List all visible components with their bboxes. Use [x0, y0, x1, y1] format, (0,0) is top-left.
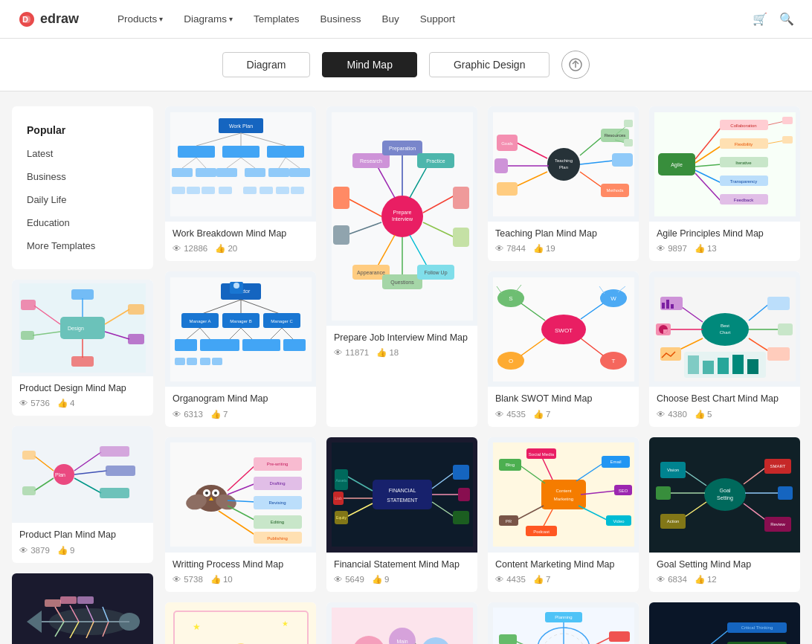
svg-text:Prepare: Prepare [393, 210, 411, 216]
nav-buy[interactable]: Buy [373, 9, 407, 29]
tab-diagram[interactable]: Diagram [222, 52, 311, 77]
card-title: Goal Setting Mind Map [657, 558, 793, 570]
sidebar-card-product-plan[interactable]: Plan Product Plan Mind Map 👁 3879 👍 9 [12, 426, 153, 562]
svg-text:Pre-writing: Pre-writing [266, 462, 288, 466]
svg-rect-70 [219, 187, 232, 194]
svg-rect-89 [333, 187, 349, 209]
card-body: Goal Setting Mind Map 👁 6834 👍 12 [649, 553, 800, 592]
sidebar-card-fishbone[interactable]: Good Presentation Fishbone Diagram 👁 298… [12, 573, 153, 645]
card-meta: 👁 6313 👍 7 [173, 409, 309, 419]
sidebar-popular[interactable]: Popular [12, 118, 153, 142]
svg-rect-221 [703, 361, 714, 374]
svg-text:Preparation: Preparation [388, 146, 415, 152]
card-teaching-plan[interactable]: Teaching Plan Goals Resources [488, 106, 639, 261]
svg-rect-212 [660, 347, 681, 361]
financial-svg: FINANCIAL STATEMENT [332, 442, 473, 547]
cart-icon[interactable]: 🛒 [753, 12, 767, 26]
card-product-execution[interactable]: Product Execution Planning [488, 602, 639, 644]
sidebar-daily-life[interactable]: Daily Life [12, 188, 153, 211]
upload-button[interactable] [561, 51, 590, 79]
svg-point-294 [704, 478, 746, 511]
card-bubble-map[interactable]: Idea 1 Main Idea 2 [326, 602, 477, 644]
card-views: 👁 3879 [19, 546, 50, 555]
card-content-marketing[interactable]: Content Marketing Blog Social Media Emai… [488, 437, 639, 592]
svg-rect-264 [453, 511, 469, 524]
svg-rect-125 [624, 120, 633, 127]
tab-mindmap[interactable]: Mind Map [322, 52, 416, 77]
card-choose-chart[interactable]: Best Chart [649, 271, 800, 426]
svg-rect-301 [656, 486, 671, 500]
card-dark-extra[interactable]: Topic Critical Thinking Problem Solving … [649, 602, 800, 644]
sidebar-business[interactable]: Business [12, 165, 153, 188]
card-image: Product Execution Planning [488, 602, 639, 644]
svg-rect-113 [494, 158, 508, 173]
svg-text:Manager C: Manager C [271, 319, 293, 323]
search-icon[interactable]: 🔍 [779, 12, 794, 26]
card-views: 👁 6834 [657, 575, 687, 584]
svg-rect-147 [782, 117, 793, 124]
fishbone-svg [19, 577, 146, 645]
card-image: Plan [12, 426, 153, 523]
svg-rect-179 [212, 358, 222, 365]
svg-text:SEO: SEO [618, 489, 628, 493]
svg-rect-13 [71, 289, 94, 300]
nav-support[interactable]: Support [411, 9, 464, 29]
svg-rect-95 [453, 228, 469, 247]
svg-rect-127 [624, 139, 633, 146]
card-body: Product Plan Mind Map 👁 3879 👍 9 [12, 523, 153, 562]
svg-text:Email: Email [610, 460, 621, 464]
svg-text:T: T [611, 358, 615, 364]
tabs-row: Diagram Mind Map Graphic Design [0, 39, 812, 91]
svg-rect-43 [45, 599, 61, 607]
card-goal-setting[interactable]: Goal Setting Vision Action SMART [649, 437, 800, 592]
svg-rect-24 [100, 488, 129, 498]
work-breakdown-svg: Work Plan [170, 112, 312, 216]
svg-rect-177 [187, 358, 197, 365]
svg-text:Practice: Practice [426, 158, 445, 164]
card-agile-principles[interactable]: Agile Collaboration Flexibility Iterativ… [649, 106, 800, 261]
card-image: SWOT S W O T [488, 271, 639, 387]
svg-text:Action: Action [666, 519, 679, 524]
card-writing-process[interactable]: Pre-writing Drafting Revising Editing Pu… [165, 437, 316, 592]
card-body: Prepare Job Interview Mind Map 👁 11871 👍… [326, 326, 477, 365]
card-little-prince[interactable]: ★ ★ ★ ★ Little Prince Note Mind Map 👁 33… [165, 602, 316, 644]
nav-business[interactable]: Business [312, 9, 370, 29]
svg-text:Social Media: Social Media [528, 452, 554, 457]
svg-text:Manager B: Manager B [230, 319, 251, 323]
svg-text:Transparency: Transparency [729, 179, 756, 184]
card-likes: 👍 4 [57, 398, 75, 408]
sidebar-education[interactable]: Education [12, 211, 153, 234]
card-financial-statement[interactable]: FINANCIAL STATEMENT [326, 437, 477, 592]
card-title: Blank SWOT Mind Map [495, 393, 631, 405]
card-meta: 👁 12886 👍 20 [173, 243, 309, 254]
card-views: 👁 11871 [334, 348, 369, 357]
svg-text:Podcast: Podcast [533, 529, 550, 534]
nav-products[interactable]: Products [109, 9, 172, 29]
little-prince-svg: ★ ★ ★ ★ [170, 608, 312, 644]
sidebar-latest[interactable]: Latest [12, 142, 153, 165]
svg-text:Main: Main [396, 639, 407, 644]
card-likes: 👍 19 [533, 243, 555, 254]
sidebar-more-templates[interactable]: More Templates [12, 234, 153, 257]
card-title: Agile Principles Mind Map [657, 228, 793, 239]
card-blank-swot[interactable]: SWOT S W O T [488, 271, 639, 426]
card-views: 👁 5649 [334, 575, 364, 584]
card-work-breakdown[interactable]: Work Plan [165, 106, 316, 261]
svg-text:Best: Best [720, 323, 729, 328]
svg-text:Assets: Assets [335, 478, 347, 483]
tab-graphic-design[interactable]: Graphic Design [429, 52, 550, 77]
logo[interactable]: D edraw [18, 10, 79, 28]
sidebar-card-product-design[interactable]: Design Product Design Mind Map 👁 5736 👍 … [12, 280, 153, 416]
card-organogram[interactable]: Director Manager A Manager B Manager C [165, 271, 316, 426]
svg-text:Drafting: Drafting [269, 481, 285, 486]
card-likes: 👍 10 [210, 574, 233, 585]
svg-rect-55 [172, 168, 193, 177]
svg-text:Setting: Setting [717, 495, 733, 501]
nav-templates[interactable]: Templates [245, 9, 309, 29]
choose-chart-svg: Best Chart [654, 277, 796, 381]
card-meta: 👁 4535 👍 7 [495, 409, 631, 419]
card-prepare-job[interactable]: Prepare Interview Research Preparation P… [326, 106, 477, 427]
nav-diagrams[interactable]: Diagrams [175, 9, 242, 29]
svg-rect-9 [128, 304, 144, 315]
svg-text:Agile: Agile [671, 162, 683, 168]
